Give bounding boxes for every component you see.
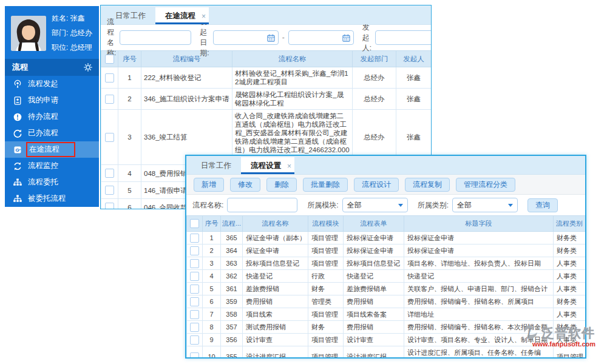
row-checkbox[interactable] bbox=[105, 169, 114, 178]
row-checkbox[interactable] bbox=[190, 272, 199, 281]
panel1-tabbar: 日常工作 在途流程 bbox=[101, 5, 431, 25]
cell-code: 222_材料验收登记 bbox=[141, 67, 232, 89]
cell-no: 1 bbox=[203, 232, 221, 244]
sidebar-item-process-delegate[interactable]: 流程委托 bbox=[5, 174, 99, 190]
cell-dept: 总经办 bbox=[353, 67, 396, 89]
sidebar-item-my-applications[interactable]: 我的申请 bbox=[5, 92, 99, 109]
cell-name: 测试费用报销 bbox=[243, 321, 308, 334]
cell-name: 设计审查 bbox=[243, 334, 308, 346]
cell-no: 4 bbox=[203, 270, 221, 283]
process-name-input[interactable] bbox=[227, 198, 297, 212]
cell-category: 项目管理 bbox=[554, 346, 586, 359]
col-dept: 发起部门 bbox=[353, 51, 396, 67]
profile-name: 姓名: 张鑫 bbox=[52, 13, 92, 24]
row-checkbox[interactable] bbox=[190, 259, 199, 268]
panel2-filters: 流程名称: 所属模块: 全部 所属类别: 全部 查询 bbox=[186, 195, 585, 215]
cell-checkbox bbox=[101, 89, 118, 110]
sidebar-item-label: 我的申请 bbox=[28, 95, 58, 106]
tab-label: 在途流程 bbox=[165, 12, 195, 20]
sidebar-menu: 流程发起 我的申请 待办流程 已办流程 bbox=[5, 76, 99, 207]
cell-form: 项目线索备案 bbox=[344, 308, 404, 321]
tab-inprocess[interactable]: 在途流程 bbox=[155, 7, 209, 24]
gear-icon[interactable] bbox=[83, 62, 93, 72]
category-select-value: 全部 bbox=[457, 200, 472, 211]
row-checkbox[interactable] bbox=[105, 73, 114, 83]
svg-text:+: + bbox=[19, 147, 21, 150]
watermark-brand: 泛普软件 bbox=[541, 325, 595, 342]
id-card-icon bbox=[13, 96, 22, 106]
sidebar-item-todo-processes[interactable]: 待办流程 bbox=[5, 109, 99, 125]
cell-form: 费用报销 bbox=[344, 321, 404, 334]
row-checkbox[interactable] bbox=[105, 95, 114, 104]
row-checkbox[interactable] bbox=[190, 352, 199, 359]
batch-delete-button[interactable]: 批量删除 bbox=[303, 178, 348, 192]
cell-name: 差旅费报销 bbox=[243, 283, 308, 295]
sitemap-icon bbox=[13, 194, 22, 204]
process-name-input[interactable] bbox=[120, 30, 191, 45]
start-date-to-input[interactable] bbox=[288, 30, 354, 45]
module-select[interactable]: 全部 bbox=[342, 198, 408, 212]
sidebar-item-done-processes[interactable]: 已办流程 bbox=[5, 125, 99, 141]
col-name: 流程名称 bbox=[243, 216, 308, 232]
manage-category-button[interactable]: 管理流程分类 bbox=[456, 178, 515, 192]
row-checkbox[interactable] bbox=[190, 285, 199, 294]
cell-name: 保证金申请（副本） bbox=[243, 232, 308, 244]
close-icon[interactable] bbox=[287, 158, 291, 175]
row-checkbox[interactable] bbox=[105, 203, 114, 209]
module-label: 所属模块: bbox=[307, 200, 338, 211]
edit-button[interactable]: 修改 bbox=[230, 178, 260, 192]
cell-module: 行政 bbox=[308, 270, 344, 283]
sidebar-item-label: 在途流程 bbox=[26, 142, 75, 157]
select-all-checkbox[interactable] bbox=[105, 55, 114, 64]
redo-arrow-icon bbox=[13, 129, 22, 138]
broadcast-icon bbox=[13, 79, 22, 89]
cell-checkbox bbox=[187, 295, 203, 308]
cell-checkbox bbox=[187, 308, 203, 321]
cell-form: 设计进度汇报 bbox=[344, 346, 404, 359]
row-checkbox[interactable] bbox=[190, 310, 199, 319]
category-select[interactable]: 全部 bbox=[452, 198, 518, 212]
cell-form: 投标保证金申请 bbox=[344, 232, 404, 244]
row-checkbox[interactable] bbox=[105, 186, 114, 195]
sidebar-item-inprocess[interactable]: G+ 在途流程 bbox=[5, 141, 99, 158]
sidebar-item-delegated-processes[interactable]: 被委托流程 bbox=[5, 190, 99, 207]
row-checkbox[interactable] bbox=[190, 297, 199, 306]
initiator-input[interactable] bbox=[375, 30, 432, 45]
start-date-from-input[interactable] bbox=[213, 30, 279, 45]
cell-code: 359 bbox=[221, 295, 243, 308]
tab-daily-work[interactable]: 日常工作 bbox=[191, 157, 241, 174]
cell-module: 项目管理 bbox=[308, 346, 344, 359]
process-design-button[interactable]: 流程设计 bbox=[354, 178, 399, 192]
tab-process-settings[interactable]: 流程设置 bbox=[241, 157, 294, 174]
sidebar-item-process-monitor[interactable]: 流程监控 bbox=[5, 158, 99, 174]
process-copy-button[interactable]: 流程复制 bbox=[405, 178, 450, 192]
add-button[interactable]: 新增 bbox=[194, 178, 224, 192]
cell-checkbox bbox=[187, 244, 203, 257]
cell-module: 项目管理 bbox=[308, 244, 344, 257]
close-icon[interactable] bbox=[202, 8, 206, 25]
row-checkbox[interactable] bbox=[190, 323, 199, 332]
row-checkbox[interactable] bbox=[190, 335, 199, 345]
cell-module: 项目管理 bbox=[308, 308, 344, 321]
sidebar-item-label: 流程发起 bbox=[28, 79, 58, 89]
row-checkbox[interactable] bbox=[105, 133, 114, 142]
cell-code: 355 bbox=[221, 346, 243, 359]
sidebar-item-process-start[interactable]: 流程发起 bbox=[5, 76, 99, 92]
delete-button[interactable]: 删除 bbox=[266, 178, 297, 192]
select-all-checkbox[interactable] bbox=[190, 219, 199, 228]
cell-title-fields: 关联客户、报销人、申请日期、部门、报销合计 bbox=[404, 283, 554, 295]
cell-title-fields: 投标保证金申请 bbox=[404, 244, 554, 257]
row-checkbox[interactable] bbox=[190, 246, 199, 255]
cell-title-fields: 设计进度汇报、所属项目、任务名称、任务编号、设计人、汇报人、汇报日期 bbox=[404, 346, 554, 359]
col-no: 序号 bbox=[203, 216, 221, 232]
cell-no: 5 bbox=[203, 283, 221, 295]
cell-checkbox bbox=[187, 346, 203, 359]
query-button[interactable]: 查询 bbox=[527, 198, 558, 212]
col-name: 流程名称 bbox=[232, 51, 353, 67]
row-checkbox[interactable] bbox=[190, 234, 199, 243]
cell-checkbox bbox=[101, 67, 118, 89]
watermark-url: www.fanpusoft.com bbox=[522, 340, 606, 348]
inprocess-badge-icon: G+ bbox=[13, 145, 22, 155]
panel2-tabbar: 日常工作 流程设置 bbox=[186, 156, 585, 175]
cell-checkbox bbox=[101, 182, 118, 199]
